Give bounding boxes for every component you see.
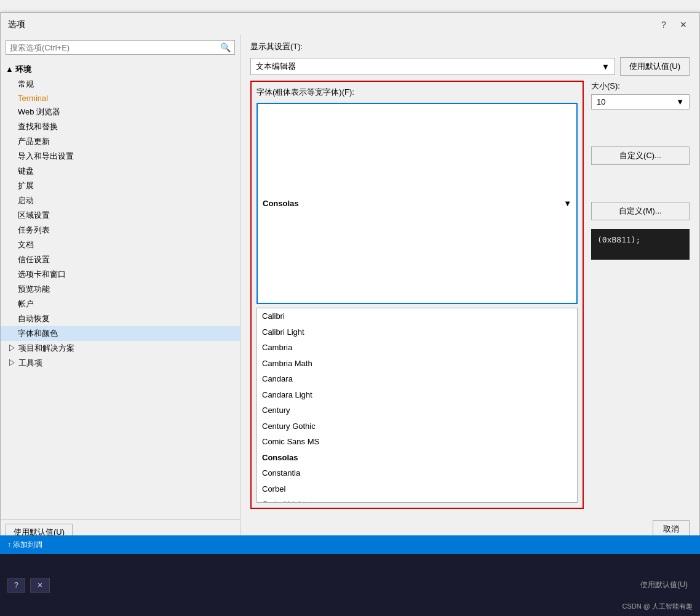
display-value: 文本编辑器 bbox=[256, 61, 296, 72]
search-input[interactable] bbox=[10, 43, 220, 52]
taskbar-use-default: 使用默认值(U) bbox=[640, 580, 688, 590]
taskbar-area: ↑ 添加到调 ? ✕ 使用默认值(U) CSDN @ 人工智能有趣 bbox=[0, 535, 700, 616]
size-value: 10 bbox=[597, 97, 605, 106]
custom-c-button[interactable]: 自定义(C)... bbox=[591, 146, 690, 165]
preview-box: (0xB811); bbox=[591, 229, 690, 260]
size-label: 大小(S): bbox=[591, 81, 690, 92]
close-button[interactable]: ✕ bbox=[675, 18, 692, 31]
font-list-item[interactable]: Corbel Light bbox=[257, 497, 577, 503]
font-list-item[interactable]: Cambria bbox=[257, 340, 577, 356]
font-list-item[interactable]: Consolas bbox=[257, 450, 577, 466]
add-to-label: ↑ 添加到调 bbox=[7, 540, 42, 550]
font-list-item[interactable]: Century Gothic bbox=[257, 418, 577, 434]
tree-item[interactable]: 常规 bbox=[1, 77, 240, 92]
tree-item[interactable]: 帐户 bbox=[1, 297, 240, 311]
tree-section-environment[interactable]: ▲ 环境 bbox=[1, 62, 240, 77]
font-selected-value: Consolas bbox=[263, 199, 299, 208]
tree-area: ▲ 环境 常规TerminalWeb 浏览器查找和替换产品更新导入和导出设置键盘… bbox=[1, 60, 240, 519]
marker-placeholder bbox=[591, 171, 690, 196]
tree-item[interactable]: 信任设置 bbox=[1, 252, 240, 267]
dialog-title: 选项 bbox=[8, 19, 25, 30]
display-control-row: 文本编辑器 ▼ 使用默认值(U) bbox=[250, 57, 690, 76]
size-arrow-icon: ▼ bbox=[676, 97, 684, 106]
bottom-buttons: 取消 bbox=[250, 514, 690, 538]
tree-item[interactable]: 导入和导出设置 bbox=[1, 149, 240, 164]
title-controls: ? ✕ bbox=[655, 18, 692, 31]
search-bar: 🔍 bbox=[6, 40, 235, 55]
projects-label: ▷ 项目和解决方案 bbox=[8, 343, 74, 354]
taskbar-top: ↑ 添加到调 bbox=[0, 535, 700, 554]
tree-item[interactable]: 扩展 bbox=[1, 178, 240, 193]
font-list-item[interactable]: Century bbox=[257, 402, 577, 418]
custom-m-button[interactable]: 自定义(M)... bbox=[591, 202, 690, 220]
font-list-item[interactable]: Constantia bbox=[257, 465, 577, 481]
tree-items-container: 常规TerminalWeb 浏览器查找和替换产品更新导入和导出设置键盘扩展启动区… bbox=[1, 77, 240, 341]
taskbar-help-item[interactable]: ? bbox=[7, 578, 25, 593]
size-section: 大小(S): 10 ▼ bbox=[591, 81, 690, 110]
font-list-item[interactable]: Cambria Math bbox=[257, 356, 577, 372]
right-column: 大小(S): 10 ▼ 自定义(C)... 自定义(M)... bbox=[591, 81, 690, 509]
tree-item[interactable]: 任务列表 bbox=[1, 223, 240, 238]
tools-label: ▷ 工具项 bbox=[8, 358, 42, 369]
font-list: CalibriCalibri LightCambriaCambria MathC… bbox=[257, 308, 577, 503]
tree-section-tools[interactable]: ▷ 工具项 bbox=[1, 356, 240, 370]
font-list-item[interactable]: Candara bbox=[257, 371, 577, 387]
search-icon: 🔍 bbox=[220, 42, 231, 52]
tree-item[interactable]: 启动 bbox=[1, 193, 240, 208]
preview-code: (0xB811); bbox=[597, 235, 640, 244]
options-dialog: 选项 ? ✕ 🔍 ▲ 环境 常规TerminalWeb 浏览器查找和替换产品更新… bbox=[0, 12, 700, 548]
font-list-item[interactable]: Comic Sans MS bbox=[257, 434, 577, 450]
taskbar-close-item[interactable]: ✕ bbox=[30, 578, 50, 593]
font-section-label: 字体(粗体表示等宽字体)(F): bbox=[257, 87, 578, 98]
color-placeholder bbox=[591, 116, 690, 140]
tree-item[interactable]: 自动恢复 bbox=[1, 311, 240, 326]
tree-item[interactable]: 键盘 bbox=[1, 164, 240, 178]
tree-item[interactable]: 查找和替换 bbox=[1, 119, 240, 134]
help-button[interactable]: ? bbox=[655, 18, 672, 31]
font-column: 字体(粗体表示等宽字体)(F): Consolas ▼ CalibriCalib… bbox=[250, 81, 584, 509]
display-label: 显示其设置(T): bbox=[250, 41, 303, 52]
tree-item[interactable]: Web 浏览器 bbox=[1, 105, 240, 119]
display-dropdown[interactable]: 文本编辑器 ▼ bbox=[250, 58, 615, 75]
font-dropdown-arrow-icon: ▼ bbox=[563, 199, 571, 208]
tree-item[interactable]: 选项卡和窗口 bbox=[1, 267, 240, 282]
content-columns: 字体(粗体表示等宽字体)(F): Consolas ▼ CalibriCalib… bbox=[250, 81, 690, 509]
tree-item[interactable]: 文档 bbox=[1, 238, 240, 252]
content-area: 🔍 ▲ 环境 常规TerminalWeb 浏览器查找和替换产品更新导入和导出设置… bbox=[1, 35, 699, 545]
title-bar: 选项 ? ✕ bbox=[1, 13, 699, 35]
font-box: 字体(粗体表示等宽字体)(F): Consolas ▼ CalibriCalib… bbox=[250, 81, 584, 509]
size-dropdown[interactable]: 10 ▼ bbox=[591, 94, 690, 110]
font-list-container[interactable]: CalibriCalibri LightCambriaCambria MathC… bbox=[257, 308, 578, 503]
font-list-item[interactable]: Calibri bbox=[257, 308, 577, 324]
font-list-item[interactable]: Calibri Light bbox=[257, 324, 577, 340]
use-default-right-button[interactable]: 使用默认值(U) bbox=[620, 57, 690, 76]
right-panel: 显示其设置(T): 文本编辑器 ▼ 使用默认值(U) 字体(粗体表示等宽字体)(… bbox=[241, 35, 699, 545]
environment-label: ▲ 环境 bbox=[6, 64, 31, 75]
tree-item[interactable]: 区域设置 bbox=[1, 208, 240, 223]
font-list-item[interactable]: Corbel bbox=[257, 481, 577, 497]
left-panel: 🔍 ▲ 环境 常规TerminalWeb 浏览器查找和替换产品更新导入和导出设置… bbox=[1, 35, 241, 545]
tree-item[interactable]: Terminal bbox=[1, 92, 240, 105]
font-dropdown[interactable]: Consolas ▼ bbox=[257, 103, 578, 304]
font-list-item[interactable]: Candara Light bbox=[257, 387, 577, 403]
display-arrow-icon: ▼ bbox=[602, 62, 610, 71]
watermark: CSDN @ 人工智能有趣 bbox=[622, 602, 693, 611]
tree-item[interactable]: 字体和颜色 bbox=[1, 326, 240, 341]
top-display-row: 显示其设置(T): bbox=[250, 41, 690, 52]
tree-section-projects[interactable]: ▷ 项目和解决方案 bbox=[1, 341, 240, 356]
taskbar-main: ? ✕ 使用默认值(U) bbox=[0, 554, 700, 616]
tree-item[interactable]: 产品更新 bbox=[1, 134, 240, 149]
tree-item[interactable]: 预览功能 bbox=[1, 282, 240, 297]
